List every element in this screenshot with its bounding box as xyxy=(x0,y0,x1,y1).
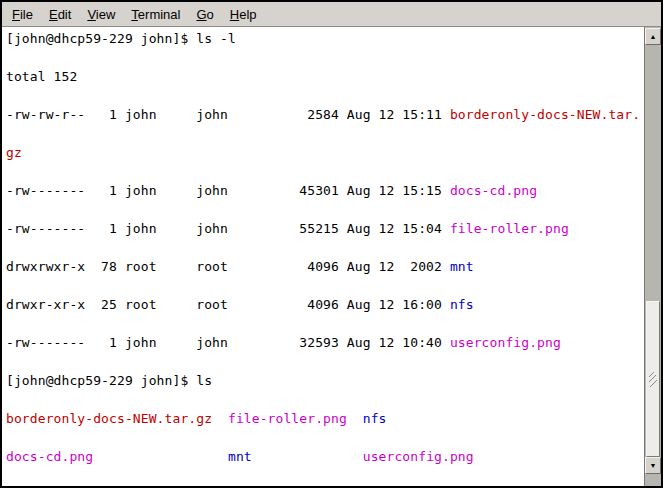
terminal-line: -rw------- 1 john john 32593 Aug 12 10:4… xyxy=(6,333,644,352)
dirname: mnt xyxy=(228,449,252,464)
menu-go-mnemonic: G xyxy=(196,7,206,22)
filename-archive-wrap: gz xyxy=(6,145,22,160)
menu-file-mnemonic: F xyxy=(12,7,20,22)
prompt-command: [john@dhcp59-229 john]$ ls -l xyxy=(6,31,236,46)
scroll-up-button[interactable]: ▲ xyxy=(645,28,661,45)
terminal-line: -rw------- 1 john john 55215 Aug 12 15:0… xyxy=(6,219,644,238)
file-details: -rw-rw-r-- 1 john john 2584 Aug 12 15:11 xyxy=(6,107,450,122)
terminal-line: [john@dhcp59-229 john]$ ls xyxy=(6,371,644,390)
scrollbar-thumb[interactable] xyxy=(646,301,660,457)
dirname: nfs xyxy=(450,297,474,312)
terminal-line: docs-cd.png mnt userconfig.png xyxy=(6,447,644,466)
filename-image: file-roller.png xyxy=(450,221,569,236)
filename-image: docs-cd.png xyxy=(450,183,537,198)
terminal-screen[interactable]: [john@dhcp59-229 john]$ ls -l total 152 … xyxy=(2,27,644,486)
text-segment xyxy=(212,411,228,426)
menu-view[interactable]: View xyxy=(79,4,123,25)
menu-terminal[interactable]: Terminal xyxy=(123,4,188,25)
text-segment xyxy=(93,449,228,464)
terminal-line: total 152 xyxy=(6,67,644,86)
scroll-down-button[interactable]: ▼ xyxy=(645,457,661,474)
thumb-grip-icon xyxy=(648,371,658,388)
terminal-line: -rw------- 1 john john 45301 Aug 12 15:1… xyxy=(6,181,644,200)
text-segment xyxy=(347,411,363,426)
menu-view-mnemonic: V xyxy=(87,7,95,22)
terminal-window: File Edit View Terminal Go Help [john@dh… xyxy=(0,0,663,488)
menu-edit[interactable]: Edit xyxy=(41,4,79,25)
prompt-command: [john@dhcp59-229 john]$ ls xyxy=(6,373,212,388)
file-details: -rw------- 1 john john 55215 Aug 12 15:0… xyxy=(6,221,450,236)
up-arrow-icon: ▲ xyxy=(650,33,657,40)
dirname: nfs xyxy=(363,411,387,426)
scrollbar[interactable]: ▲ ▼ xyxy=(644,27,661,486)
menu-file[interactable]: File xyxy=(4,4,41,25)
menu-help-label: elp xyxy=(239,7,256,22)
terminal-line: gz xyxy=(6,143,644,162)
menu-help[interactable]: Help xyxy=(222,4,265,25)
menu-edit-mnemonic: E xyxy=(49,7,58,22)
menu-file-label: ile xyxy=(20,7,33,22)
filename-image: file-roller.png xyxy=(228,411,347,426)
filename-archive: borderonly-docs-NEW.tar.gz xyxy=(6,411,212,426)
file-details: drwxrwxr-x 78 root root 4096 Aug 12 2002 xyxy=(6,259,450,274)
file-details: -rw------- 1 john john 45301 Aug 12 15:1… xyxy=(6,183,450,198)
terminal-line: drwxr-xr-x 25 root root 4096 Aug 12 16:0… xyxy=(6,295,644,314)
menu-terminal-label: erminal xyxy=(138,7,181,22)
filename-archive: borderonly-docs-NEW.tar. xyxy=(450,107,640,122)
terminal-line: -rw-rw-r-- 1 john john 2584 Aug 12 15:11… xyxy=(6,105,644,124)
text-segment: total 152 xyxy=(6,69,77,84)
menu-go-label: o xyxy=(207,7,214,22)
down-arrow-icon: ▼ xyxy=(650,462,657,469)
file-details: -rw------- 1 john john 32593 Aug 12 10:4… xyxy=(6,335,450,350)
menu-edit-label: dit xyxy=(58,7,72,22)
filename-image: userconfig.png xyxy=(363,449,474,464)
menu-view-label: iew xyxy=(96,7,116,22)
dirname: mnt xyxy=(450,259,474,274)
menu-help-mnemonic: H xyxy=(230,7,239,22)
menu-bar: File Edit View Terminal Go Help xyxy=(2,2,661,27)
menu-go[interactable]: Go xyxy=(188,4,221,25)
filename-image: docs-cd.png xyxy=(6,449,93,464)
terminal-line: borderonly-docs-NEW.tar.gz file-roller.p… xyxy=(6,409,644,428)
file-details: drwxr-xr-x 25 root root 4096 Aug 12 16:0… xyxy=(6,297,450,312)
terminal-line: [john@dhcp59-229 john]$ ls -l xyxy=(6,29,644,48)
filename-image: userconfig.png xyxy=(450,335,561,350)
text-segment xyxy=(252,449,363,464)
terminal-line: drwxrwxr-x 78 root root 4096 Aug 12 2002… xyxy=(6,257,644,276)
terminal-line: [john@dhcp59-229 john]$ xyxy=(6,485,644,486)
terminal-output: [john@dhcp59-229 john]$ ls -l total 152 … xyxy=(2,27,644,486)
